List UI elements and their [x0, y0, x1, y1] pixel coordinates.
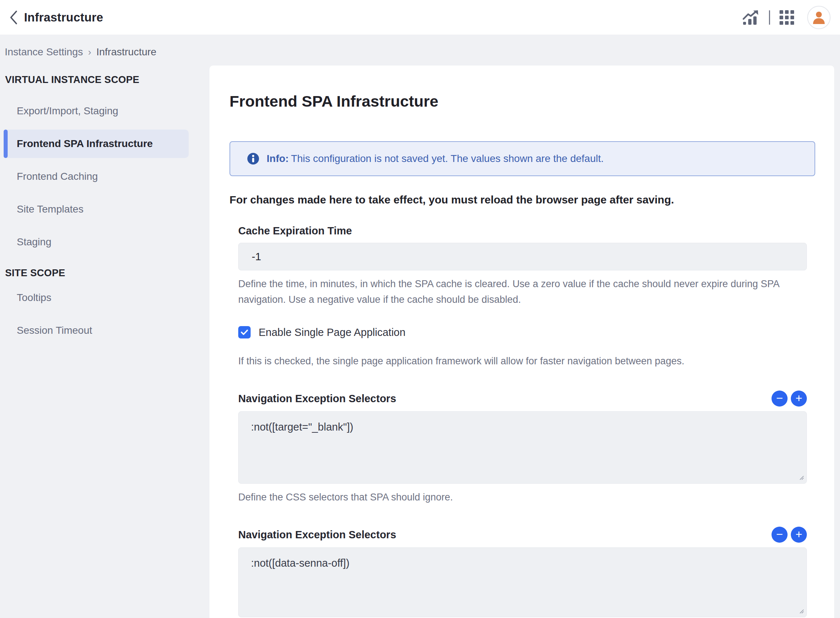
selector-1-help: Define the CSS selectors that SPA should…: [238, 490, 807, 505]
sidebar-item-site-templates[interactable]: Site Templates: [0, 193, 210, 226]
cache-expiration-label: Cache Expiration Time: [238, 225, 807, 237]
selector-1-repeat-controls: − +: [771, 391, 807, 407]
selector-1-textarea[interactable]: :not([target="_blank"]): [238, 411, 807, 484]
minus-icon: −: [776, 529, 783, 540]
selector-1-field: :not([target="_blank"]): [238, 411, 807, 484]
page-title-header: Infrastructure: [24, 10, 103, 24]
enable-spa-label: Enable Single Page Application: [259, 327, 405, 339]
remove-row-button[interactable]: −: [771, 391, 788, 407]
add-row-button[interactable]: +: [791, 527, 807, 543]
header-divider: [769, 10, 770, 25]
sidebar-item-frontend-spa-infrastructure[interactable]: Frontend SPA Infrastructure: [4, 129, 189, 158]
back-button[interactable]: [3, 7, 24, 28]
sidebar-heading-virtual-instance-scope: VIRTUAL INSTANCE SCOPE: [0, 72, 210, 88]
selector-1-header: Navigation Exception Selectors − +: [238, 390, 807, 407]
top-header: Infrastructure: [0, 0, 840, 34]
cache-expiration-help: Define the time, in minutes, in which th…: [238, 276, 807, 308]
check-icon: [240, 329, 249, 336]
info-alert-message: This configuration is not saved yet. The…: [291, 153, 604, 164]
add-row-button[interactable]: +: [791, 391, 807, 407]
info-alert-prefix: Info:: [267, 153, 289, 164]
breadcrumb-separator-icon: ›: [88, 47, 91, 58]
form-fields: Cache Expiration Time Define the time, i…: [238, 225, 807, 618]
sidebar-heading-site-scope: SITE SCOPE: [0, 265, 210, 281]
minus-icon: −: [776, 392, 783, 404]
settings-panel: Frontend SPA Infrastructure Info:This co…: [210, 65, 834, 618]
plus-icon: +: [795, 392, 803, 404]
resize-handle-icon[interactable]: [798, 608, 804, 614]
selector-2-label: Navigation Exception Selectors: [238, 529, 396, 541]
reload-notice: For changes made here to take effect, yo…: [229, 194, 816, 206]
remove-row-button[interactable]: −: [771, 527, 788, 543]
enable-spa-checkbox[interactable]: [238, 326, 251, 339]
header-actions: [742, 6, 831, 29]
sidebar-item-staging[interactable]: Staging: [0, 226, 210, 258]
settings-sidebar: VIRTUAL INSTANCE SCOPE Export/Import, St…: [0, 72, 210, 347]
enable-spa-help: If this is checked, the single page appl…: [238, 354, 807, 369]
panel-title: Frontend SPA Infrastructure: [229, 92, 816, 111]
selector-1-label: Navigation Exception Selectors: [238, 393, 396, 405]
breadcrumb: Instance Settings › Infrastructure: [5, 46, 156, 58]
page: Infrastructure Instance Settings: [0, 0, 840, 618]
selector-2-repeat-controls: − +: [771, 527, 807, 543]
resize-handle-icon[interactable]: [798, 475, 804, 480]
chevron-left-icon: [9, 9, 18, 25]
sidebar-item-tooltips[interactable]: Tooltips: [0, 281, 210, 314]
breadcrumb-instance-settings[interactable]: Instance Settings: [5, 46, 83, 58]
analytics-icon[interactable]: [742, 10, 760, 25]
selector-2-header: Navigation Exception Selectors − +: [238, 526, 807, 543]
person-icon: [812, 10, 826, 25]
enable-spa-row: Enable Single Page Application: [238, 324, 807, 340]
info-alert-text: Info:This configuration is not saved yet…: [267, 153, 603, 165]
plus-icon: +: [795, 529, 803, 540]
selector-2-textarea[interactable]: :not([data-senna-off]): [238, 547, 807, 617]
sidebar-item-export-import-staging[interactable]: Export/Import, Staging: [0, 95, 210, 128]
cache-expiration-input[interactable]: [238, 243, 807, 270]
sidebar-item-session-timeout[interactable]: Session Timeout: [0, 314, 210, 347]
breadcrumb-infrastructure: Infrastructure: [96, 46, 156, 58]
info-alert: Info:This configuration is not saved yet…: [229, 141, 815, 176]
selector-2-field: :not([data-senna-off]): [238, 547, 807, 617]
apps-grid-icon[interactable]: [779, 10, 794, 25]
info-icon: [247, 153, 259, 165]
sidebar-item-frontend-caching[interactable]: Frontend Caching: [0, 160, 210, 193]
user-avatar[interactable]: [807, 6, 831, 29]
